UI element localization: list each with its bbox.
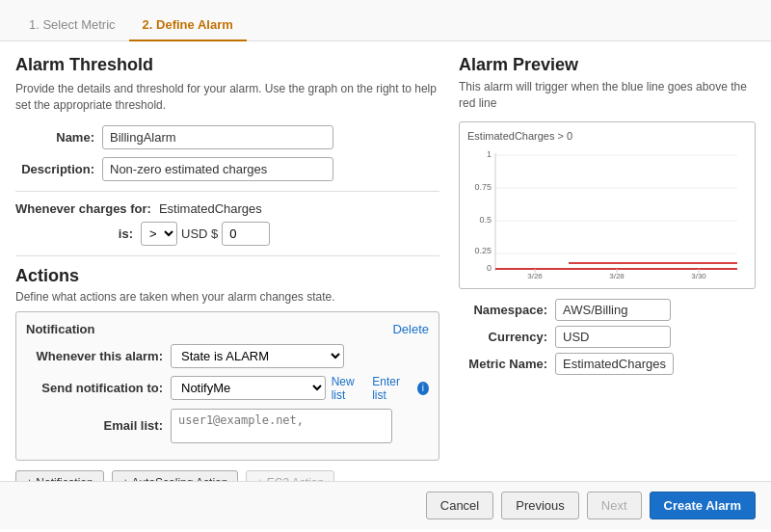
create-alarm-button[interactable]: Create Alarm (650, 492, 756, 519)
new-list-link[interactable]: New list (332, 375, 367, 402)
alarm-threshold-desc: Provide the details and threshold for yo… (15, 81, 439, 114)
namespace-row: Namespace: AWS/Billing (459, 299, 756, 321)
email-label: Email list: (26, 418, 171, 433)
chart-label: EstimatedCharges > 0 (467, 130, 747, 142)
right-panel: Alarm Preview This alarm will trigger wh… (459, 55, 756, 467)
namespace-value: AWS/Billing (555, 299, 671, 321)
delete-link[interactable]: Delete (392, 322, 429, 336)
whenever-value: EstimatedCharges (159, 201, 262, 216)
send-notif-row: Send notification to: NotifyMe New list … (26, 375, 429, 402)
chart-area: 1 0.75 0.5 0.25 0 (467, 146, 747, 280)
add-autoscaling-button[interactable]: + AutoScaling Action (112, 470, 239, 481)
alarm-threshold-title: Alarm Threshold (15, 55, 439, 75)
svg-text:1: 1 (487, 149, 492, 159)
svg-text:00:00: 00:00 (689, 279, 709, 280)
threshold-input[interactable] (222, 222, 270, 246)
svg-text:00:00: 00:00 (525, 279, 545, 280)
email-row: Email list: (26, 409, 429, 443)
metric-name-value: EstimatedCharges (555, 353, 674, 375)
svg-text:0.75: 0.75 (474, 182, 492, 192)
name-input[interactable] (102, 125, 333, 149)
is-label: is: (15, 226, 141, 241)
metric-name-label: Metric Name: (459, 357, 555, 371)
whenever-label: Whenever charges for: (15, 201, 159, 216)
enter-list-link[interactable]: Enter list (372, 375, 412, 402)
add-ec2-button: + EC2 Action (246, 470, 334, 481)
add-buttons: + Notification + AutoScaling Action + EC… (15, 470, 439, 481)
description-row: Description: (15, 157, 439, 181)
actions-desc: Define what actions are taken when your … (15, 290, 439, 304)
previous-button[interactable]: Previous (501, 492, 579, 519)
alarm-state-select[interactable]: State is ALARM State is INSUFFICIENT_DAT… (171, 344, 344, 368)
description-label: Description: (15, 162, 102, 176)
usd-label: USD $ (181, 226, 218, 241)
svg-text:00:00: 00:00 (607, 279, 627, 280)
svg-text:0.5: 0.5 (479, 215, 492, 225)
wizard-tabs: 1. Select Metric 2. Define Alarm (0, 0, 771, 41)
cancel-button[interactable]: Cancel (426, 492, 493, 519)
send-notif-label: Send notification to: (26, 381, 171, 395)
next-button: Next (587, 492, 642, 519)
whenever-row: Whenever charges for: EstimatedCharges (15, 201, 439, 216)
add-notification-button[interactable]: + Notification (15, 470, 104, 481)
metric-name-row: Metric Name: EstimatedCharges (459, 353, 756, 375)
comparator-select[interactable]: > (141, 222, 177, 246)
name-label: Name: (15, 130, 102, 145)
svg-text:0: 0 (487, 263, 492, 273)
notif-header: Notification Delete (26, 322, 429, 336)
notif-actions: New list Enter list i (332, 375, 429, 402)
tab-select-metric[interactable]: 1. Select Metric (15, 10, 129, 41)
chart-container: EstimatedCharges > 0 1 0.75 0.5 0.25 0 (459, 121, 756, 289)
alarm-preview-desc: This alarm will trigger when the blue li… (459, 79, 756, 112)
left-panel: Alarm Threshold Provide the details and … (15, 55, 439, 467)
email-textarea[interactable] (171, 409, 392, 443)
svg-text:0.25: 0.25 (474, 246, 492, 255)
whenever-alarm-row: Whenever this alarm: State is ALARM Stat… (26, 344, 429, 368)
name-row: Name: (15, 125, 439, 149)
whenever-alarm-label: Whenever this alarm: (26, 349, 171, 363)
currency-value: USD (555, 326, 671, 348)
is-row: is: > USD $ (15, 222, 439, 246)
actions-title: Actions (15, 266, 439, 286)
notif-title: Notification (26, 322, 95, 336)
alarm-preview-title: Alarm Preview (459, 55, 756, 75)
actions-section: Actions Define what actions are taken wh… (15, 266, 439, 481)
footer: Cancel Previous Next Create Alarm (0, 481, 771, 529)
send-notif-select[interactable]: NotifyMe (171, 376, 326, 400)
currency-row: Currency: USD (459, 326, 756, 348)
currency-label: Currency: (459, 330, 555, 344)
notification-box: Notification Delete Whenever this alarm:… (15, 311, 439, 461)
namespace-label: Namespace: (459, 303, 555, 317)
chart-svg: 1 0.75 0.5 0.25 0 (467, 146, 747, 280)
info-icon[interactable]: i (417, 382, 429, 395)
description-input[interactable] (102, 157, 333, 181)
tab-define-alarm[interactable]: 2. Define Alarm (129, 10, 247, 41)
